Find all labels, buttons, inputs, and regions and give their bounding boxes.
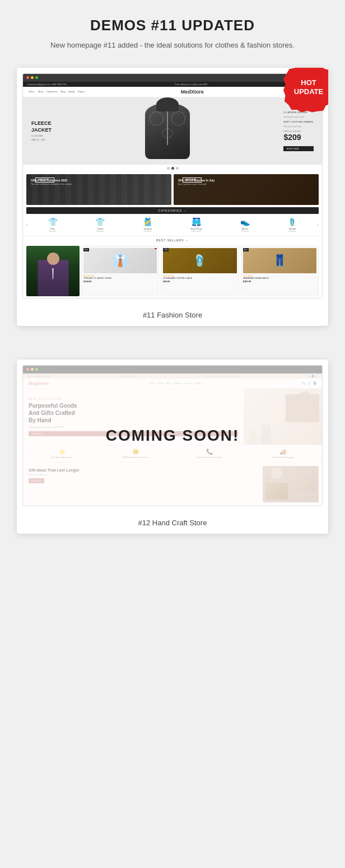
- browser-dot-green: [35, 76, 38, 79]
- page-title: DEMOS #11 UPDATED: [11, 17, 334, 34]
- product-cards: 👔 New ★★★★★ TREKJAKT ST JACKET SZUBE $15…: [81, 246, 319, 296]
- store-logo-1: MedXtore: [181, 89, 204, 95]
- demo2-caption: #12 Hand Craft Store: [17, 512, 328, 534]
- sandal-icon: 🩴: [287, 217, 297, 226]
- hero-left-text: FLEECE JACKET 5 COLORS SIZE: S - XXL: [31, 120, 52, 141]
- product-card-shirt[interactable]: 👔 New ★★★★★ TREKJAKT ST JACKET SZUBE $15…: [81, 246, 159, 296]
- sale-badge: [155, 248, 157, 249]
- browser-bar: [23, 74, 322, 82]
- product-card-pants[interactable]: 👖 New ★★★★☆ HAVAIANAS RUBBER ADULT $120.…: [241, 246, 319, 296]
- best-sellers-bar: BEST SELLERS →: [23, 236, 322, 244]
- store-screenshot-2: medxstore@gmail.com +456 5632 718 Free d…: [22, 365, 323, 506]
- product-img-sandals: 🩴: [163, 248, 236, 273]
- products-section: 👔 New ★★★★★ TREKJAKT ST JACKET SZUBE $15…: [23, 244, 322, 298]
- new-badge-2: 10%: [163, 248, 169, 251]
- browser-dot-red: [26, 76, 29, 79]
- product-featured: [26, 246, 80, 296]
- product-img-pants: 👖: [243, 248, 316, 273]
- shorts-icon: 🩳: [190, 217, 202, 226]
- product-img-shirt: 👔: [83, 248, 157, 273]
- cat-tshirt[interactable]: 👕 T-Shirt 23 items: [95, 217, 105, 232]
- promo-banner-shirts[interactable]: Office Shirt Collection 2023 The entire …: [26, 174, 171, 205]
- cat-prev-arrow[interactable]: ‹: [25, 222, 29, 227]
- promo-banner-watches[interactable]: 30% Off All Watches In July Buy 2 produc…: [174, 174, 319, 205]
- polo-icon: 👕: [48, 217, 58, 226]
- cat-next-arrow[interactable]: ›: [316, 222, 320, 227]
- cat-tanktop[interactable]: 🎽 Tanktop 14 items: [143, 217, 152, 232]
- store-nav-1: Home Shop Collections Blog Brand Pages M…: [23, 87, 322, 97]
- store-hero-1: FLEECE JACKET 5 COLORS SIZE: S - XXL: [23, 97, 322, 165]
- categories-bar[interactable]: CATEGORIES →: [26, 207, 319, 214]
- tanktop-icon: 🎽: [143, 217, 152, 226]
- hot-badge: HOT UPDATE: [283, 68, 328, 113]
- hero-price: PRICE FROM $209: [283, 130, 314, 142]
- store-topbar: medxstore@gmail.com +456 5632 718 Free d…: [23, 82, 322, 87]
- cat-items: 👕 Polo 56 items 👕 T-Shirt 23 items 🎽 Tan…: [29, 217, 316, 232]
- shoes-icon: 👟: [240, 217, 250, 226]
- slide-dots: [23, 165, 322, 172]
- tshirt-icon: 👕: [95, 217, 105, 226]
- cat-polo[interactable]: 👕 Polo 56 items: [48, 217, 58, 232]
- cat-section: ‹ 👕 Polo 56 items 👕 T-Shirt 23 items: [23, 214, 322, 236]
- demo-card-2: medxstore@gmail.com +456 5632 718 Free d…: [17, 360, 328, 534]
- browser-dot-yellow: [31, 76, 34, 79]
- page-wrapper: DEMOS #11 UPDATED New homepage #11 added…: [0, 0, 345, 562]
- store-nav-links: Home Shop Collections Blog Brand Pages: [29, 90, 85, 93]
- shop-now-button[interactable]: SHOP NOW: [283, 146, 314, 151]
- hero-jacket: [145, 103, 190, 159]
- hero-right: 2 LAYERS ZIPPER Strong and easy to pull …: [283, 111, 314, 151]
- page-subtitle: New homepage #11 added - the ideal solut…: [11, 40, 334, 51]
- bottom-spacer: [0, 545, 345, 562]
- demo-card-1: HOT UPDATE medxstore@gmail.com +456 5632…: [17, 68, 328, 326]
- cat-sandal[interactable]: 🩴 Sandal 54 items: [287, 217, 297, 232]
- new-badge: New: [83, 248, 89, 251]
- new-badge-3: New: [243, 248, 249, 251]
- coming-soon-text: COMING SOON!: [106, 427, 240, 445]
- store-content-2: medxstore@gmail.com +456 5632 718 Free d…: [23, 374, 322, 506]
- page-header: DEMOS #11 UPDATED New homepage #11 added…: [0, 0, 345, 57]
- store-content-1: medxstore@gmail.com +456 5632 718 Free d…: [23, 82, 322, 298]
- promo-section: Office Shirt Collection 2023 The entire …: [23, 172, 322, 207]
- demo1-caption: #11 Fashion Store: [17, 304, 328, 326]
- hot-badge-inner: HOT UPDATE: [283, 68, 328, 113]
- cat-shorts[interactable]: 🩳 Short Pants 100+ items: [190, 217, 202, 232]
- product-card-sandals[interactable]: 🩴 10% ★★★★★ GOLA ALAMO COPPER COACH $45.…: [161, 246, 239, 296]
- coming-soon-overlay: COMING SOON!: [23, 366, 322, 506]
- store-screenshot-1: medxstore@gmail.com +456 5632 718 Free d…: [22, 73, 323, 298]
- cat-shoes[interactable]: 👟 Shoes 78 items: [240, 217, 250, 232]
